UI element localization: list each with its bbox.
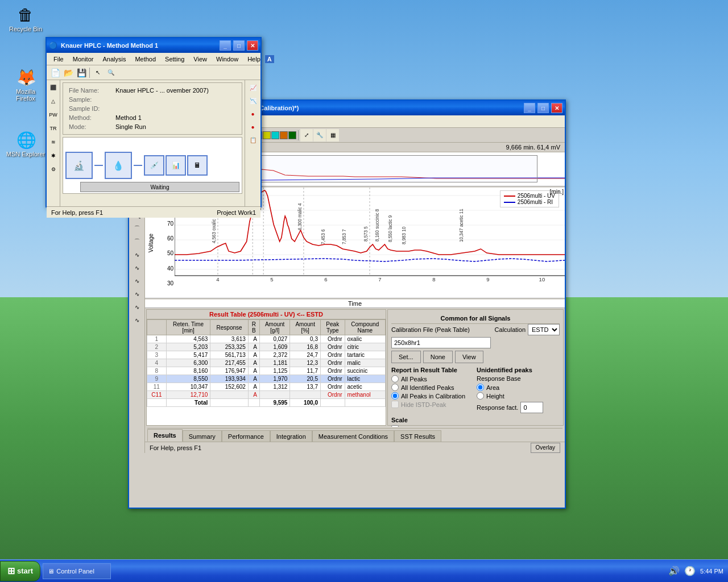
tool-annotate2[interactable]: ⌒ — [131, 235, 143, 248]
signal-btn-yellow[interactable] — [263, 131, 271, 139]
method-window: 🔵 Knauer HPLC - Method Method 1 _ □ ✕ Fi… — [46, 37, 262, 207]
analysis-maximize-btn[interactable]: □ — [537, 103, 549, 113]
radio-identified[interactable]: All Identified Peaks — [391, 384, 474, 391]
tab-measurement-conditions[interactable]: Measurement Conditions — [312, 430, 394, 442]
tool-annotate4[interactable]: ∿ — [131, 261, 143, 274]
recycle-bin-icon[interactable]: 🗑 Recycle Bin — [6, 6, 46, 32]
use-scale-input[interactable] — [391, 425, 399, 427]
radio-height[interactable]: Height — [477, 392, 560, 400]
lt-btn7[interactable]: ⚙ — [47, 163, 60, 176]
radio-all-peaks[interactable]: All Peaks — [391, 375, 474, 383]
radio-in-calib-input[interactable] — [391, 392, 399, 400]
menu-setting[interactable]: Setting — [160, 55, 189, 64]
tb-open[interactable]: 📂 — [62, 66, 75, 79]
menu-window[interactable]: Window — [212, 55, 243, 64]
tb-save[interactable]: 💾 — [75, 66, 88, 79]
rt-red-dot2[interactable]: ● — [247, 120, 259, 133]
menu-view[interactable]: View — [189, 55, 212, 64]
start-button[interactable]: ⊞ start — [0, 561, 40, 581]
scale-label: Scale — [391, 417, 560, 423]
settings-header: Common for all Signals — [391, 313, 560, 324]
hide-istd-check[interactable]: Hide ISTD-Peak — [391, 401, 474, 408]
calculation-select[interactable]: ESTD ISTD Norm — [528, 324, 560, 335]
tab-sst-results[interactable]: SST Results — [394, 430, 441, 442]
svg-text:7,853  7: 7,853 7 — [342, 229, 347, 244]
atb-move[interactable]: ⤢ — [300, 129, 313, 142]
rt-chart2[interactable]: 📉 — [247, 94, 259, 107]
tab-integration[interactable]: Integration — [270, 430, 312, 442]
inst-column[interactable]: 📊 — [166, 155, 186, 176]
menu-method[interactable]: Method — [130, 55, 160, 64]
tab-summary[interactable]: Summary — [183, 430, 222, 442]
tb-pointer[interactable]: ↖ — [92, 66, 104, 79]
tool-annotate8[interactable]: ∿ — [131, 314, 143, 326]
none-button[interactable]: None — [423, 351, 453, 363]
signal-btn-orange[interactable] — [280, 131, 288, 139]
rt-settings[interactable]: 📋 — [247, 134, 259, 146]
inst-injector[interactable]: 💉 — [144, 155, 164, 176]
network-icon: 🔊 — [668, 566, 680, 576]
view-button[interactable]: View — [455, 351, 483, 363]
resp-fact-input[interactable] — [520, 402, 543, 413]
analysis-minimize-btn[interactable]: _ — [524, 103, 535, 113]
lt-btn3[interactable]: PW — [47, 109, 60, 121]
menu-help[interactable]: Help — [243, 55, 265, 64]
calib-label: Calibration File (Peak Table) — [391, 326, 470, 333]
tb-zoom[interactable]: 🔍 — [105, 66, 117, 79]
inst-detector[interactable]: 🔬 — [65, 152, 93, 179]
menu-analysis[interactable]: Analysis — [98, 55, 130, 64]
tab-performance[interactable]: Performance — [222, 430, 270, 442]
tb-new[interactable]: 📄 — [49, 66, 61, 79]
method-title: Knauer HPLC - Method Method 1 — [60, 42, 217, 49]
set-button[interactable]: Set... — [391, 351, 421, 363]
clock-icon: 🕐 — [684, 566, 696, 576]
radio-all-peaks-input[interactable] — [391, 375, 399, 383]
inst-calc[interactable]: 🖩 — [187, 155, 208, 176]
msn-explorer-icon[interactable]: 🌐 MSN Explorer — [6, 131, 46, 157]
radio-height-input[interactable] — [477, 392, 484, 400]
tool-annotate1[interactable]: ⌒ — [131, 222, 143, 235]
radio-area[interactable]: Area — [477, 384, 560, 391]
lt-btn6[interactable]: ✱ — [47, 149, 60, 162]
col-amount-pct: Amount[%] — [290, 320, 321, 335]
method-minimize-btn[interactable]: _ — [220, 40, 231, 51]
col-resp: Response — [210, 320, 249, 335]
signal-btn-darkgreen[interactable] — [288, 131, 296, 139]
tool-annotate7[interactable]: ∿ — [131, 301, 143, 313]
lt-btn4[interactable]: TR — [47, 122, 60, 135]
radio-in-calib[interactable]: All Peaks in Calibration — [391, 392, 474, 400]
lt-btn5[interactable]: ≋ — [47, 136, 60, 148]
method-maximize-btn[interactable]: □ — [233, 40, 245, 51]
menu-file[interactable]: File — [49, 55, 68, 64]
rt-red-dot[interactable]: ● — [247, 107, 259, 120]
tool-annotate3[interactable]: ∿ — [131, 248, 143, 261]
use-scale-factor-check[interactable]: Use Scale Factor — [391, 425, 560, 427]
taskbar-control-panel[interactable]: 🖥 Control Panel — [43, 563, 111, 579]
menu-monitor[interactable]: Monitor — [68, 55, 98, 64]
signal-btn-cyan[interactable] — [271, 131, 279, 139]
lt-btn1[interactable]: ⬛ — [47, 81, 60, 94]
tab-results[interactable]: Results — [147, 429, 183, 442]
calib-file-input[interactable] — [391, 337, 491, 348]
radio-all-peaks-label: All Peaks — [401, 376, 427, 383]
atb-tools[interactable]: 🔧 — [313, 129, 326, 142]
lt-btn2[interactable]: △ — [47, 95, 60, 107]
firefox-icon[interactable]: 🦊 Mozilla Firefox — [6, 68, 46, 102]
time-display: 9,666 min. 61,4 mV — [506, 144, 560, 151]
resp-base-label: Response Base — [477, 375, 560, 382]
overlay-button[interactable]: Overlay — [531, 443, 560, 453]
analysis-close-btn[interactable]: ✕ — [551, 103, 562, 113]
x-axis-label: Time — [348, 300, 362, 307]
rt-chart1[interactable]: 📈 — [247, 81, 259, 94]
tool-annotate5[interactable]: ∿ — [131, 275, 143, 287]
radio-area-input[interactable] — [477, 384, 484, 391]
result-table-scroll[interactable]: Reten. Time[min] Response RB Amount[g/l]… — [147, 319, 386, 425]
tool-annotate6[interactable]: ∿ — [131, 288, 143, 300]
svg-text:7: 7 — [378, 277, 381, 282]
col-rt: Reten. Time[min] — [166, 320, 210, 335]
method-close-btn[interactable]: ✕ — [247, 40, 258, 51]
atb-table[interactable]: ▦ — [326, 129, 339, 142]
inst-pump[interactable]: 💧 — [105, 152, 132, 179]
hide-istd-input[interactable] — [391, 401, 399, 408]
radio-identified-input[interactable] — [391, 384, 399, 391]
